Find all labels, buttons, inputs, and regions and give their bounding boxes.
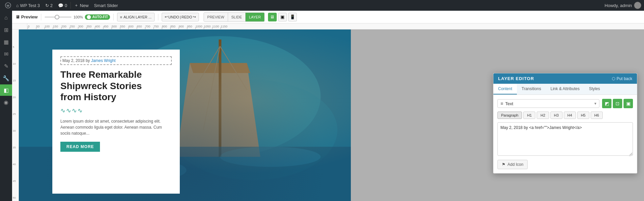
align-icon: ≡ xyxy=(120,15,122,19)
svg-text:800: 800 xyxy=(162,25,167,28)
format-btn-h6[interactable]: H6 xyxy=(591,112,603,119)
view-icon-mobile[interactable]: 📱 xyxy=(288,13,297,21)
svg-text:35: 35 xyxy=(13,146,16,149)
layer-tab-styles[interactable]: Styles xyxy=(584,84,605,94)
svg-text:1150: 1150 xyxy=(221,25,227,28)
layer-tab-transitions[interactable]: Transitions xyxy=(517,84,546,94)
text-action-btn-1[interactable]: ◩ xyxy=(602,99,611,108)
toolbar-sep-2 xyxy=(113,14,114,20)
sidebar-icon-grid[interactable]: ▦ xyxy=(0,36,12,48)
slide-card: May 2, 2018 by James Wright Three Remark… xyxy=(52,50,180,194)
zoom-slider[interactable] xyxy=(45,16,71,18)
zoom-thumb[interactable] xyxy=(55,15,59,19)
comments-icon: 💬 xyxy=(58,3,63,8)
v-ruler-svg: 5 10 15 20 25 30 35 40 45 50 xyxy=(12,29,19,201)
svg-text:0: 0 xyxy=(28,25,30,28)
text-type-selector[interactable]: ≡ Text ▾ xyxy=(497,99,599,108)
slide-read-more-button[interactable]: READ MORE xyxy=(60,142,100,152)
svg-text:45: 45 xyxy=(13,180,16,183)
svg-text:150: 150 xyxy=(53,25,58,28)
add-icon-button[interactable]: ⚑ Add Icon xyxy=(497,160,528,169)
svg-text:500: 500 xyxy=(112,25,117,28)
slide-meta-text: May 2, 2018 by xyxy=(62,58,91,63)
svg-text:750: 750 xyxy=(154,25,159,28)
wp-logo[interactable]: W xyxy=(3,0,13,11)
resize-handle[interactable]: ⟂ xyxy=(629,153,632,156)
svg-text:1050: 1050 xyxy=(204,25,211,28)
svg-text:15: 15 xyxy=(13,79,16,82)
layer-tab-link-attributes[interactable]: Link & Attributes xyxy=(546,84,584,94)
plus-icon: ＋ xyxy=(74,2,78,8)
undo-icon: ↩ xyxy=(165,15,168,19)
wp-sidebar: ⌂ ⊞ ▦ ✉ ✎ 🔧 ◧ ◉ xyxy=(0,11,12,201)
svg-text:5: 5 xyxy=(13,46,14,49)
preview-label: 🖥 Preview xyxy=(15,14,38,19)
view-icon-tablet[interactable]: ▣ xyxy=(278,13,287,21)
svg-text:30: 30 xyxy=(13,129,16,132)
top-toolbar: 🖥 Preview 100% AUTO-FIT ≡ ALIGN LAYER ..… xyxy=(12,11,644,23)
svg-text:600: 600 xyxy=(128,25,133,28)
sidebar-icon-comment[interactable]: ✉ xyxy=(0,48,12,60)
smart-slider-bar-item[interactable]: Smart Slider xyxy=(91,0,121,11)
slide-wave: ∿∿∿∿ xyxy=(60,107,172,114)
preview-tab-layer[interactable]: LAYER xyxy=(246,13,264,21)
layer-tab-content[interactable]: Content xyxy=(493,84,517,94)
toolbar-sep-1 xyxy=(41,14,41,20)
preview-tabs: PREVIEW SLIDE LAYER xyxy=(204,12,265,22)
sidebar-icon-pen[interactable]: ✎ xyxy=(0,60,12,72)
format-btn-h5[interactable]: H5 xyxy=(577,112,589,119)
autofit-label: AUTO-FIT xyxy=(92,15,108,19)
svg-text:1100: 1100 xyxy=(212,25,219,28)
svg-text:50: 50 xyxy=(13,196,16,199)
svg-text:1000: 1000 xyxy=(196,25,202,28)
svg-text:300: 300 xyxy=(78,25,83,28)
format-btn-paragraph[interactable]: Paragraph xyxy=(497,112,522,119)
flag-icon: ⚑ xyxy=(502,162,505,167)
autofit-toggle[interactable]: AUTO-FIT xyxy=(85,14,110,20)
put-back-button[interactable]: ⬡ Put back xyxy=(612,76,632,81)
preview-tab-slide[interactable]: SLIDE xyxy=(228,13,246,21)
svg-text:850: 850 xyxy=(170,25,175,28)
svg-text:350: 350 xyxy=(87,25,92,28)
format-btn-h2[interactable]: H2 xyxy=(537,112,549,119)
text-type-row: ≡ Text ▾ ◩ ⊡ ▣ xyxy=(497,99,633,108)
text-action-btn-2[interactable]: ⊡ xyxy=(613,99,622,108)
pipe-sep: | xyxy=(180,15,181,19)
new-bar-item[interactable]: ＋ New xyxy=(71,0,91,11)
text-action-btn-3[interactable]: ▣ xyxy=(624,99,633,108)
comments-bar-item[interactable]: 💬 0 xyxy=(55,0,70,11)
align-layer-button[interactable]: ≡ ALIGN LAYER ... xyxy=(117,13,155,21)
sidebar-icon-puzzle[interactable]: ⊞ xyxy=(0,24,12,36)
svg-text:950: 950 xyxy=(187,25,192,28)
text-editor[interactable] xyxy=(497,122,633,156)
layer-editor-tabs: Content Transitions Link & Attributes St… xyxy=(493,84,637,95)
format-row: Paragraph H1 H2 H3 H4 xyxy=(497,112,633,119)
format-btn-h1[interactable]: H1 xyxy=(523,112,535,119)
editor-content: 5 10 15 20 25 30 35 40 45 50 xyxy=(12,29,644,201)
format-btn-h3[interactable]: H3 xyxy=(550,112,562,119)
svg-text:W: W xyxy=(7,4,10,7)
bar-divider xyxy=(70,2,71,9)
sidebar-icon-tools[interactable]: 🔧 xyxy=(0,72,12,84)
svg-text:50: 50 xyxy=(36,25,40,28)
sidebar-icon-layers[interactable]: ◧ xyxy=(0,84,12,96)
slide-meta-link: James Wright xyxy=(91,58,115,63)
svg-text:250: 250 xyxy=(70,25,75,28)
slide-body: Lorem ipsum dolor sit amet, consectetuer… xyxy=(60,118,172,136)
sidebar-icon-home[interactable]: ⌂ xyxy=(0,12,12,23)
sidebar-icon-circle[interactable]: ◉ xyxy=(0,96,12,108)
svg-text:40: 40 xyxy=(13,163,16,166)
preview-tab-preview[interactable]: PREVIEW xyxy=(204,13,228,21)
format-btn-h4[interactable]: H4 xyxy=(564,112,576,119)
svg-text:900: 900 xyxy=(179,25,184,28)
update-icon: ↻ xyxy=(45,3,49,8)
autofit-dot xyxy=(87,15,91,19)
customize-bar-item[interactable]: ↻ 2 xyxy=(43,0,55,11)
site-title-bar-item[interactable]: ⌂ WP Test 3 xyxy=(13,0,43,11)
main-area: 🖥 Preview 100% AUTO-FIT ≡ ALIGN LAYER ..… xyxy=(12,11,644,201)
view-icon-desktop[interactable]: 🖥 xyxy=(268,13,277,21)
layer-editor-title: LAYER EDITOR xyxy=(498,76,534,81)
text-type-icon: ≡ xyxy=(500,101,503,106)
zoom-control[interactable]: 100% xyxy=(45,15,83,19)
undo-button[interactable]: ↩ UNDO | REDO ↪ xyxy=(162,13,199,21)
